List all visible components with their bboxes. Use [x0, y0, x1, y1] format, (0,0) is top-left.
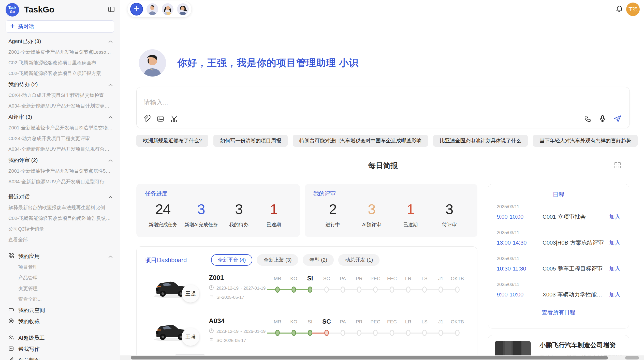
tab-powertrain[interactable]: 动总开发 (1): [338, 254, 379, 266]
schedule-event-title: C001-立项审批会: [543, 213, 606, 221]
sidebar-item[interactable]: Z001-全新燃油轻卡产品开发项目SI造型提交物评审: [0, 123, 120, 133]
sidebar-item[interactable]: Z001-全新燃油轻卡产品开发项目SI节点属性5D文件评审: [0, 166, 120, 176]
app-sub-item[interactable]: 项目管理: [0, 262, 120, 273]
sidebar-help-write[interactable]: 帮我写作: [0, 343, 120, 355]
view-all-schedule-link[interactable]: 查看所有日程: [497, 309, 620, 316]
dashboard-header: 项目Dashboard 全新平台 (4) 全新上装 (3) 年型 (2) 动总开…: [137, 247, 477, 266]
sidebar-item[interactable]: A034-全新新能源MUV产品开发项目造型可行性评审: [0, 176, 120, 187]
stat-label: 已逾期: [260, 221, 288, 228]
stat-label: 新增AI完成任务: [184, 221, 218, 228]
stat-value: 24: [149, 201, 178, 217]
schedule-item[interactable]: 2025/03/11 9:00-10:00 C001-立项审批会 加入: [497, 200, 620, 226]
clock-icon: [209, 328, 214, 335]
suggestion-chip[interactable]: 如何写一份清晰的项目周报: [213, 135, 288, 147]
user-avatar[interactable]: 王强: [626, 3, 640, 16]
sidebar-creative-draw[interactable]: 创意制图: [0, 355, 120, 360]
project-flag-text: SC-2025-05-17: [216, 338, 246, 343]
sidebar-item[interactable]: A034-全新新能源MUV产品开发项目计划变更表编写: [0, 101, 120, 111]
sidebar-item[interactable]: C02-飞腾新能源轻客改款项目的闭环通告反馈情况: [0, 213, 120, 224]
bell-icon: [616, 10, 623, 14]
agent-avatar-3[interactable]: [177, 3, 189, 15]
milestone-node: [308, 330, 312, 336]
suggestion-chip[interactable]: 欧洲新规最近颁布了什么?: [136, 135, 208, 147]
dashboard-tabs: 全新平台 (4) 全新上装 (3) 年型 (2) 动总开发 (1): [211, 254, 379, 266]
stat-row: 24 新增完成任务 3 新增AI完成任务 3 我的待办 1 已逾期: [145, 201, 291, 228]
suggestion-chip[interactable]: 当下年轻人对汽车外观有怎样的喜好趋势: [533, 135, 638, 147]
agent-avatar-1[interactable]: [147, 3, 158, 15]
sidebar-section-my-review[interactable]: 我的评审 (2): [0, 155, 120, 166]
app-sub-item[interactable]: 变更管理: [0, 283, 120, 294]
schedule-item[interactable]: 2025/03/11 10:30-11:30 C005-整车工程目标评审 加入: [497, 252, 620, 278]
milestone-line-done: [267, 333, 310, 334]
sidebar-item[interactable]: C02-飞腾新能源轻客改款项目里程碑画布: [0, 57, 120, 68]
join-link[interactable]: 加入: [609, 291, 620, 298]
section-label: Agent已办 (3): [8, 38, 41, 45]
sidebar-item[interactable]: 公司Q3轻卡销量: [0, 224, 120, 234]
horizontal-scrollbar-thumb-right[interactable]: [625, 356, 639, 359]
agent-avatar-2[interactable]: [162, 3, 173, 15]
stat-value: 3: [435, 201, 463, 217]
phone-icon[interactable]: [584, 115, 592, 124]
tab-year-model[interactable]: 年型 (2): [303, 254, 334, 266]
tab-new-body[interactable]: 全新上装 (3): [257, 254, 298, 266]
new-chat-button[interactable]: 新对话: [6, 20, 114, 33]
milestone-node: [275, 330, 280, 336]
join-link[interactable]: 加入: [609, 213, 620, 221]
join-link[interactable]: 加入: [609, 265, 620, 273]
sidebar-item[interactable]: A034-全新新能源MUV产品开发项目法规符合性评审: [0, 144, 120, 155]
sidebar-item[interactable]: 解释最新出台的欧盟报废车法规再生塑料比例被调至15%...: [0, 202, 120, 213]
sidebar-favorites[interactable]: 我的收藏: [0, 316, 120, 327]
sidebar-item[interactable]: Z001-全新燃油皮卡产品开发项目SI节点Lesson Learn报告: [0, 47, 120, 57]
sidebar-ai-super-staff[interactable]: AI超级员工: [0, 332, 120, 343]
grid-icon: [8, 253, 14, 260]
agent-switcher: [127, 1, 192, 18]
sidebar-cloud-space[interactable]: 我的云空间: [0, 305, 120, 316]
project-row-z001[interactable]: 王强 Z001 2023-12-19 ~ 2027-01-19 SI-2025-…: [137, 269, 477, 312]
project-row-a034[interactable]: 王强 A034 2023-12-19 ~ 2026-01-19 SC-2025-…: [137, 312, 477, 356]
schedule-title: 日程: [497, 191, 620, 199]
section-label: AI评审 (3): [8, 113, 32, 121]
apps-view-all[interactable]: 查看全部...: [0, 294, 120, 305]
schedule-time: 9:00-10:00: [497, 214, 543, 220]
image-icon[interactable]: [156, 115, 165, 124]
schedule-item[interactable]: 2025/03/11 9:00-10:00 X003-车辆动力学性能验... 加…: [497, 278, 620, 304]
app-sub-item[interactable]: 产品管理: [0, 273, 120, 283]
star-badge-icon: [8, 318, 14, 325]
notification-bell-button[interactable]: [616, 5, 623, 14]
horizontal-scrollbar-thumb[interactable]: [131, 356, 608, 359]
sidebar-section-my-todo[interactable]: 我的待办 (2): [0, 79, 120, 90]
microphone-icon[interactable]: [598, 115, 607, 124]
sidebar-section-ai-review[interactable]: AI评审 (3): [0, 111, 120, 123]
sidebar-section-agent-done[interactable]: Agent已办 (3): [0, 36, 120, 47]
suggestion-chip[interactable]: 特朗普可能对进口汽车增税会对中国车企造成哪些影响: [293, 135, 428, 147]
schedule-event-title: C003|H0B-方案冻结评审: [543, 239, 606, 247]
recent-view-all[interactable]: 查看全部...: [0, 234, 120, 245]
add-agent-button[interactable]: [130, 3, 143, 16]
send-icon[interactable]: [613, 115, 622, 124]
project-flag-milestone: SI-2025-05-17: [209, 294, 244, 301]
schedule-date: 2025/03/11: [497, 282, 620, 287]
chat-input[interactable]: [143, 98, 526, 106]
sidebar-section-recent[interactable]: 最近对话: [0, 191, 120, 202]
layout-grid-icon[interactable]: [614, 162, 621, 170]
stat-label: 已逾期: [397, 221, 425, 228]
tab-new-platform[interactable]: 全新平台 (4): [211, 254, 252, 266]
paperclip-icon[interactable]: [143, 115, 151, 124]
schedule-item[interactable]: 2025/03/11 13:00-14:30 C003|H0B-方案冻结评审 加…: [497, 226, 620, 252]
sidebar-collapse-button[interactable]: [108, 6, 115, 13]
sidebar-item[interactable]: C0X4-动力总成开发项目工程变更评审: [0, 133, 120, 144]
people-icon: [8, 335, 14, 341]
card-title: 任务进度: [145, 190, 291, 198]
milestone-label: OKTB: [447, 276, 467, 281]
scissors-icon[interactable]: [170, 115, 178, 124]
sidebar-divider: [0, 330, 120, 330]
stat-label: 我的待办: [225, 221, 253, 228]
sidebar-item[interactable]: C0X4-动力总成开发项目SI里程碑提交物检查: [0, 90, 120, 101]
sidebar-my-apps[interactable]: 我的应用: [0, 251, 120, 262]
join-link[interactable]: 加入: [609, 239, 620, 247]
app-logo: Task Go: [6, 3, 19, 17]
chat-input-card: [136, 87, 630, 128]
milestone-node: [373, 287, 378, 293]
suggestion-chip[interactable]: 比亚迪全固态电池计划具体说了什么: [433, 135, 528, 147]
sidebar-item[interactable]: C02-飞腾新能源轻客改款项目立项汇报方案: [0, 68, 120, 79]
